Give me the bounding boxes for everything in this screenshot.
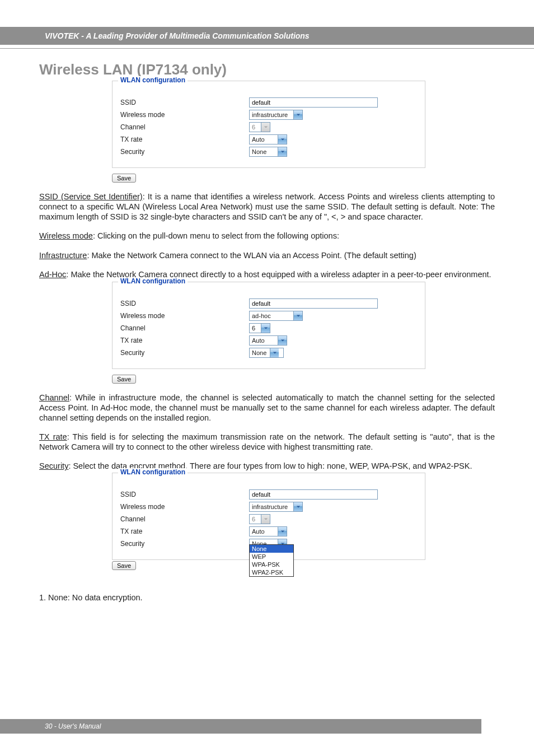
- adhoc-paragraph: Ad-Hoc: Make the Network Camera connect …: [39, 269, 495, 279]
- channel-select: 6: [249, 514, 270, 524]
- txrate-select[interactable]: Auto: [249, 335, 287, 346]
- security-select[interactable]: None: [249, 147, 287, 157]
- wireless-mode-select[interactable]: ad-hoc: [249, 311, 303, 321]
- wmode-desc: : Clicking on the pull-down menu to sele…: [93, 231, 339, 240]
- ssid-term: SSID (Service Set Identifier): [39, 192, 143, 201]
- chevron-down-icon: [278, 336, 287, 345]
- security-paragraph: Security: Select the data encrypt method…: [39, 461, 495, 471]
- security-dropdown-list[interactable]: None WEP WPA-PSK WPA2-PSK: [249, 544, 294, 577]
- wlan-fieldset: WLAN configuration SSID Wireless mode in…: [112, 81, 425, 168]
- chevron-down-icon: [270, 348, 279, 357]
- txrate-value: Auto: [250, 136, 278, 143]
- ssid-input[interactable]: [249, 298, 378, 309]
- ssid-input[interactable]: [249, 97, 378, 108]
- footer-text: 30 - User's Manual: [45, 722, 101, 730]
- channel-label: Channel: [120, 123, 249, 131]
- txrate-label: TX rate: [120, 337, 249, 344]
- ssid-label: SSID: [120, 300, 249, 307]
- chevron-down-icon: [261, 515, 270, 524]
- page-header: VIVOTEK - A Leading Provider of Multimed…: [0, 27, 534, 45]
- page-footer: 30 - User's Manual: [0, 719, 481, 734]
- channel-select[interactable]: 6: [249, 323, 270, 333]
- security-label: Security: [120, 349, 249, 357]
- chevron-down-icon: [278, 147, 287, 156]
- txrate-value: Auto: [250, 528, 278, 535]
- chevron-down-icon: [278, 135, 287, 144]
- ssid-paragraph: SSID (Service Set Identifier): It is a n…: [39, 192, 495, 222]
- infra-term: Infrastructure: [39, 251, 87, 260]
- wireless-mode-value: infrastructure: [250, 503, 293, 510]
- wmode-paragraph: Wireless mode: Clicking on the pull-down…: [39, 231, 495, 241]
- security-option-wep[interactable]: WEP: [250, 553, 293, 561]
- ssid-label: SSID: [120, 99, 249, 106]
- save-button[interactable]: Save: [112, 375, 136, 384]
- infra-paragraph: Infrastructure: Make the Network Camera …: [39, 250, 495, 260]
- ssid-input[interactable]: [249, 489, 378, 500]
- channel-desc: : While in infrastructure mode, the chan…: [39, 393, 495, 422]
- wireless-mode-select[interactable]: infrastructure: [249, 502, 303, 512]
- ssid-label: SSID: [120, 491, 249, 498]
- channel-value: 6: [250, 124, 261, 130]
- page-content: Wireless LAN (IP7134 only) WLAN configur…: [0, 61, 534, 603]
- txrate-label: TX rate: [120, 136, 249, 143]
- fieldset-legend: WLAN configuration: [118, 468, 188, 476]
- security-option-wpapsk[interactable]: WPA-PSK: [250, 561, 293, 568]
- channel-value: 6: [250, 516, 261, 522]
- page-title: Wireless LAN (IP7134 only): [39, 61, 495, 78]
- wireless-mode-value: ad-hoc: [250, 312, 293, 319]
- wireless-mode-label: Wireless mode: [120, 111, 249, 119]
- security-option-none[interactable]: None: [250, 545, 293, 553]
- channel-label: Channel: [120, 515, 249, 523]
- wlan-fieldset: WLAN configuration SSID Wireless mode ad…: [112, 282, 425, 369]
- channel-select: 6: [249, 122, 270, 132]
- fieldset-legend: WLAN configuration: [118, 277, 188, 285]
- adhoc-term: Ad-Hoc: [39, 270, 66, 279]
- encryption-item-1: 1. None: No data encryption.: [39, 592, 495, 603]
- txrate-term: TX rate: [39, 432, 67, 441]
- security-label: Security: [120, 540, 249, 548]
- channel-paragraph: Channel: While in infrastructure mode, t…: [39, 393, 495, 423]
- channel-term: Channel: [39, 393, 69, 402]
- channel-label: Channel: [120, 324, 249, 332]
- chevron-down-icon: [293, 311, 302, 320]
- security-label: Security: [120, 148, 249, 156]
- brand-text: VIVOTEK - A Leading Provider of Multimed…: [45, 31, 310, 40]
- txrate-select[interactable]: Auto: [249, 526, 287, 536]
- chevron-down-icon: [293, 110, 302, 119]
- chevron-down-icon: [278, 527, 287, 536]
- txrate-select[interactable]: Auto: [249, 134, 287, 144]
- txrate-value: Auto: [250, 337, 278, 344]
- security-select[interactable]: None: [249, 348, 284, 358]
- chevron-down-icon: [261, 123, 270, 132]
- wireless-mode-select[interactable]: infrastructure: [249, 110, 303, 120]
- fieldset-legend: WLAN configuration: [118, 76, 188, 84]
- divider: [0, 48, 534, 49]
- wireless-mode-value: infrastructure: [250, 111, 293, 118]
- wireless-mode-label: Wireless mode: [120, 312, 249, 320]
- txrate-paragraph: TX rate: This field is for selecting the…: [39, 432, 495, 452]
- infra-desc: : Make the Network Camera connect to the…: [87, 251, 416, 260]
- chevron-down-icon: [261, 324, 270, 333]
- save-button[interactable]: Save: [112, 561, 136, 570]
- security-option-wpa2psk[interactable]: WPA2-PSK: [250, 568, 293, 576]
- wireless-mode-label: Wireless mode: [120, 503, 249, 511]
- txrate-label: TX rate: [120, 528, 249, 535]
- save-button[interactable]: Save: [112, 174, 136, 183]
- security-value: None: [250, 349, 270, 356]
- wlan-config-panel-2: WLAN configuration SSID Wireless mode ad…: [112, 282, 425, 369]
- security-term: Security: [39, 461, 68, 470]
- security-value: None: [250, 148, 278, 155]
- wlan-config-panel-3: WLAN configuration SSID Wireless mode in…: [112, 473, 425, 560]
- channel-value: 6: [250, 325, 261, 332]
- wmode-term: Wireless mode: [39, 231, 93, 240]
- chevron-down-icon: [293, 502, 302, 511]
- txrate-desc: : This field is for selecting the maximu…: [39, 432, 495, 451]
- wlan-config-panel-1: WLAN configuration SSID Wireless mode in…: [112, 81, 425, 168]
